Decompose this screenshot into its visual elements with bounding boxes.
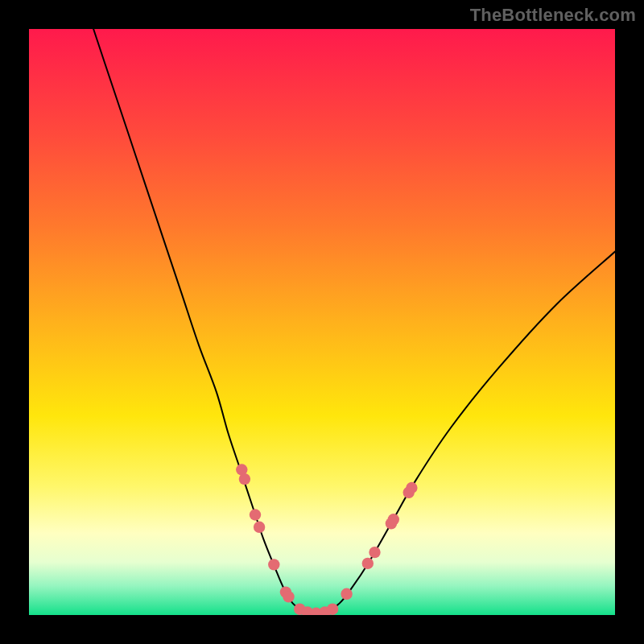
highlight-dot xyxy=(239,473,250,485)
chart-frame: TheBottleneck.com xyxy=(0,0,644,644)
highlight-dot xyxy=(268,559,279,570)
highlight-dot xyxy=(341,588,352,600)
bottleneck-curve-path xyxy=(93,29,615,613)
highlight-dot xyxy=(406,482,417,493)
highlight-dot xyxy=(327,604,338,615)
plot-area xyxy=(29,29,615,615)
highlight-dot xyxy=(362,558,374,569)
highlight-dot xyxy=(254,522,265,533)
watermark-text: TheBottleneck.com xyxy=(470,5,636,26)
highlight-dot xyxy=(250,509,261,520)
highlight-dot xyxy=(388,514,399,525)
highlight-dot xyxy=(369,547,380,558)
chart-svg xyxy=(29,29,615,615)
highlight-dot xyxy=(283,591,294,602)
